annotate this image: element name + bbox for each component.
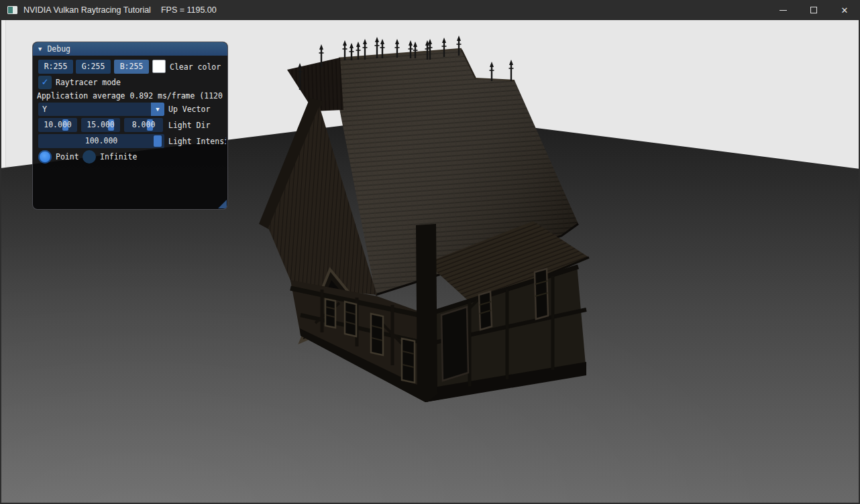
- room-left-wall: [1, 20, 5, 169]
- light-intensity-slider[interactable]: 100.000: [38, 134, 164, 148]
- red-value-button[interactable]: R:255: [38, 60, 73, 74]
- clear-color-swatch[interactable]: [152, 60, 166, 73]
- collapse-triangle-icon[interactable]: ▼: [38, 46, 42, 52]
- chevron-down-icon: ▼: [156, 106, 159, 113]
- perf-stats-text: Application average 0.892 ms/frame (1120: [37, 89, 228, 103]
- light-intensity-value: 100.000: [38, 134, 164, 148]
- app-icon: [7, 6, 17, 14]
- window-title: NVIDIA Vulkan Raytracing Tutorial: [23, 5, 151, 15]
- close-icon: ✕: [841, 6, 849, 15]
- titlebar[interactable]: NVIDIA Vulkan Raytracing Tutorial FPS = …: [0, 0, 860, 20]
- raytracer-checkbox[interactable]: ✓: [38, 76, 52, 89]
- up-vector-label: Up Vector: [168, 103, 210, 116]
- light-intensity-label: Light Intensity: [168, 135, 226, 148]
- close-button[interactable]: ✕: [829, 0, 860, 20]
- light-dir-label: Light Dir: [168, 119, 210, 132]
- debug-panel: ▼ Debug R:255 G:255 B:255 Clear color ✓ …: [32, 42, 228, 210]
- light-dir-z-value: 8.000: [124, 118, 163, 132]
- maximize-button[interactable]: [798, 0, 829, 20]
- combo-value: Y: [42, 103, 47, 116]
- clear-color-label: Clear color: [170, 60, 221, 74]
- point-light-radio[interactable]: [38, 150, 52, 164]
- minimize-button[interactable]: [767, 0, 798, 20]
- green-value-button[interactable]: G:255: [76, 60, 111, 74]
- raytracer-label: Raytracer mode: [56, 76, 121, 89]
- resize-grip[interactable]: [218, 200, 227, 208]
- maximize-icon: [810, 7, 817, 13]
- app-window: NVIDIA Vulkan Raytracing Tutorial FPS = …: [0, 0, 860, 504]
- up-vector-combo[interactable]: Y ▼: [38, 103, 164, 116]
- checkmark-icon: ✓: [42, 77, 48, 87]
- light-dir-x-slider[interactable]: 10.000: [38, 118, 77, 132]
- debug-panel-titlebar[interactable]: ▼ Debug: [33, 42, 227, 56]
- blue-value-button[interactable]: B:255: [114, 60, 149, 74]
- fps-counter: FPS = 1195.00: [161, 5, 217, 15]
- minimize-icon: [780, 10, 787, 11]
- point-light-label: Point: [56, 150, 79, 164]
- light-dir-z-slider[interactable]: 8.000: [124, 118, 163, 132]
- infinite-light-radio[interactable]: [83, 150, 96, 164]
- light-dir-y-value: 15.000: [81, 118, 120, 132]
- combo-arrow-button[interactable]: ▼: [151, 103, 164, 116]
- house-corner-post: [416, 224, 437, 402]
- debug-panel-title: Debug: [47, 44, 70, 54]
- house-door: [441, 307, 468, 381]
- light-dir-x-value: 10.000: [38, 118, 77, 132]
- infinite-light-label: Infinite: [100, 150, 137, 164]
- light-dir-y-slider[interactable]: 15.000: [81, 118, 120, 132]
